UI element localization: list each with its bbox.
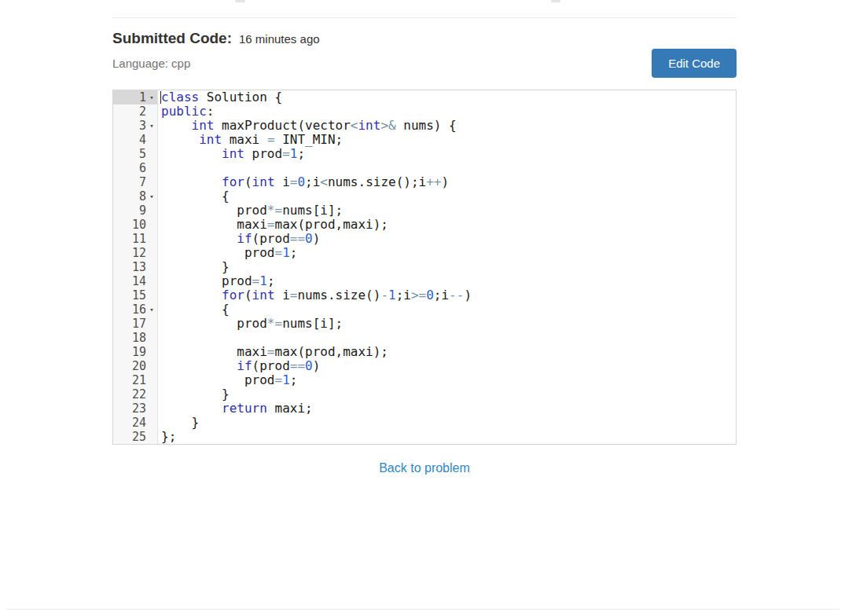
gutter-line: 23	[113, 402, 157, 416]
token-plain: (	[244, 174, 252, 189]
token-operator: =	[275, 372, 283, 387]
back-to-problem-link[interactable]: Back to problem	[379, 461, 470, 475]
token-keyword: int	[199, 132, 222, 147]
token-operator: =	[267, 344, 275, 359]
gutter-line: 1▾	[113, 90, 157, 104]
code-line: if(prod==0)	[161, 359, 736, 373]
token-plain	[161, 174, 222, 189]
token-number: 1	[282, 245, 290, 260]
token-keyword: for	[222, 174, 244, 189]
line-number: 18	[113, 331, 146, 345]
line-number: 16	[113, 302, 146, 317]
token-operator: -	[380, 288, 388, 302]
line-number: 14	[113, 274, 146, 288]
token-keyword: int	[192, 118, 215, 133]
code-line: int maxi = INT_MIN;	[161, 133, 736, 147]
line-number: 13	[113, 260, 146, 274]
token-plain: ;	[290, 245, 298, 260]
token-plain: (	[244, 288, 252, 302]
token-keyword: int	[252, 288, 275, 302]
token-keyword: if	[237, 231, 252, 246]
line-number: 3	[113, 119, 146, 133]
gutter-line: 6	[113, 161, 157, 175]
code-line: prod*=nums[i];	[161, 204, 736, 218]
token-plain: i	[275, 174, 290, 189]
editor-code[interactable]: class Solution {public: int maxProduct(v…	[158, 90, 736, 444]
token-plain: ;	[290, 372, 298, 387]
line-number: 15	[113, 288, 146, 302]
code-line: };	[161, 430, 736, 444]
token-operator: =	[252, 273, 260, 288]
footer-divider	[6, 609, 839, 610]
code-line: int prod=1;	[161, 147, 736, 161]
token-number: 1	[388, 288, 396, 302]
code-line: }	[161, 387, 736, 402]
gutter-line: 11	[113, 232, 157, 246]
code-line	[161, 331, 736, 345]
clipped-content-fragment	[235, 0, 245, 2]
token-plain: nums.size();i	[328, 174, 426, 189]
token-operator: =	[267, 217, 275, 232]
gutter-line: 8▾	[113, 189, 157, 204]
token-plain: max(prod,maxi);	[275, 344, 389, 359]
token-keyword: return	[222, 401, 267, 416]
token-operator: ==	[290, 358, 305, 373]
token-plain: Solution {	[199, 90, 282, 104]
gutter-line: 21	[113, 373, 157, 387]
token-plain: prod	[244, 146, 282, 161]
line-number: 8	[113, 189, 146, 204]
token-plain: maxi	[161, 344, 267, 359]
token-plain: )	[441, 174, 449, 189]
gutter-line: 22	[113, 387, 157, 402]
token-operator: <	[320, 174, 328, 189]
gutter-line: 17	[113, 317, 157, 331]
code-line: if(prod==0)	[161, 232, 736, 246]
code-line	[161, 161, 736, 175]
page-title: Submitted Code:	[112, 30, 232, 47]
gutter-line: 10	[113, 218, 157, 232]
gutter-line: 16▾	[113, 302, 157, 317]
token-plain	[161, 288, 222, 302]
token-operator: *=	[267, 316, 282, 331]
line-number: 22	[113, 387, 146, 402]
token-keyword: int	[252, 174, 275, 189]
code-line: prod=1;	[161, 373, 736, 387]
token-operator: *=	[267, 203, 282, 218]
code-line: }	[161, 416, 736, 430]
token-plain: i	[275, 288, 290, 302]
token-operator: =	[275, 245, 283, 260]
code-line: prod=1;	[161, 246, 736, 260]
line-number: 21	[113, 373, 146, 387]
fold-arrow-icon[interactable]: ▾	[146, 90, 157, 104]
token-operator: =	[267, 132, 275, 147]
token-plain: max(prod,maxi);	[275, 217, 389, 232]
token-keyword: public	[161, 104, 207, 119]
token-plain: nums.size()	[297, 288, 380, 302]
code-line: maxi=max(prod,maxi);	[161, 345, 736, 359]
gutter-line: 13	[113, 260, 157, 274]
token-plain: ;i	[396, 288, 411, 302]
token-plain: {	[161, 302, 230, 317]
token-operator: ==	[290, 231, 305, 246]
fold-arrow-icon[interactable]: ▾	[146, 302, 157, 317]
token-plain: prod	[161, 203, 267, 218]
token-number: 0	[426, 288, 434, 302]
code-line: maxi=max(prod,maxi);	[161, 218, 736, 232]
code-editor[interactable]: 1▾23▾45678▾910111213141516▾1718192021222…	[112, 90, 737, 445]
code-line: }	[161, 260, 736, 274]
clipped-content-fragment	[551, 0, 560, 2]
submission-detail-panel: Submitted Code: 16 minutes ago Language:…	[112, 17, 737, 475]
edit-code-button[interactable]: Edit Code	[652, 49, 737, 78]
line-number: 23	[113, 402, 146, 416]
line-number: 24	[113, 416, 146, 430]
gutter-line: 19	[113, 345, 157, 359]
line-number: 11	[113, 232, 146, 246]
code-line: public:	[161, 104, 736, 119]
line-number: 12	[113, 246, 146, 260]
editor-gutter: 1▾23▾45678▾910111213141516▾1718192021222…	[113, 90, 158, 444]
code-line: for(int i=0;i<nums.size();i++)	[161, 175, 736, 189]
token-plain: :	[207, 104, 215, 119]
fold-arrow-icon[interactable]: ▾	[146, 189, 157, 204]
token-plain	[161, 146, 222, 161]
fold-arrow-icon[interactable]: ▾	[146, 119, 157, 133]
